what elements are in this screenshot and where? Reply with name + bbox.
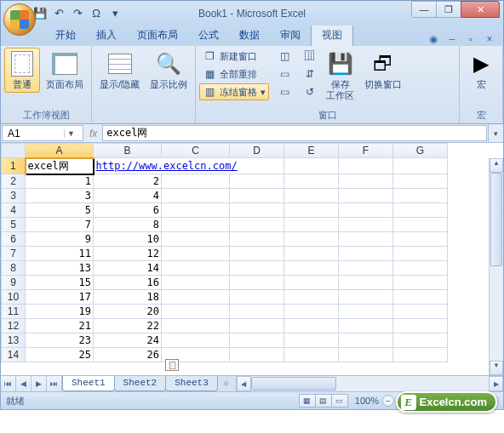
cell[interactable]: 17	[26, 290, 94, 305]
cell[interactable]: 14	[94, 261, 162, 276]
cell[interactable]: 3	[26, 189, 94, 203]
cell[interactable]: 24	[94, 333, 162, 348]
cell[interactable]	[393, 305, 448, 319]
sheet-tab-2[interactable]: Sheet2	[114, 376, 167, 391]
cell[interactable]	[230, 189, 284, 203]
cell[interactable]: 4	[94, 189, 162, 203]
cell[interactable]	[230, 247, 284, 261]
cell[interactable]	[339, 305, 393, 319]
cell[interactable]	[284, 276, 339, 290]
arrange-all-button[interactable]: ▦全部重排	[199, 66, 269, 83]
normal-shortcut-icon[interactable]: ▦	[299, 394, 316, 407]
zoom-button[interactable]: 🔍 显示比例	[146, 48, 192, 93]
cell[interactable]	[393, 203, 448, 218]
minimize-button[interactable]: —	[411, 1, 437, 18]
tab-insert[interactable]: 插入	[86, 25, 127, 46]
cell[interactable]: 10	[94, 232, 162, 247]
page-layout-view-button[interactable]: 页面布局	[42, 48, 88, 93]
cell[interactable]	[162, 305, 230, 319]
cell[interactable]	[339, 333, 393, 348]
cell[interactable]: 2	[94, 174, 162, 189]
cell[interactable]	[284, 189, 339, 203]
select-all-corner[interactable]	[2, 144, 26, 158]
cell[interactable]	[230, 276, 284, 290]
horizontal-scrollbar[interactable]: ◀ ▶	[236, 376, 503, 391]
cell[interactable]	[393, 174, 448, 189]
hscroll-thumb[interactable]	[251, 377, 336, 390]
cell[interactable]	[393, 189, 448, 203]
tab-review[interactable]: 审阅	[270, 25, 311, 46]
help-icon[interactable]: ◉	[427, 32, 440, 46]
cell[interactable]	[284, 247, 339, 261]
cell[interactable]	[162, 174, 230, 189]
namebox-dropdown-icon[interactable]: ▼	[64, 129, 77, 138]
col-header-a[interactable]: A	[26, 144, 94, 158]
cell[interactable]	[393, 333, 448, 348]
split-button[interactable]: ◫	[274, 48, 295, 65]
sheet-tab-3[interactable]: Sheet3	[165, 376, 218, 391]
row-header[interactable]: 14	[2, 348, 26, 362]
cell[interactable]: 13	[26, 261, 94, 276]
zoom-out-button[interactable]: −	[382, 395, 394, 407]
cell[interactable]: 15	[26, 276, 94, 290]
cell[interactable]	[393, 290, 448, 305]
cell[interactable]	[230, 290, 284, 305]
cell[interactable]	[393, 261, 448, 276]
row-header[interactable]: 7	[2, 247, 26, 261]
cell[interactable]: 21	[26, 319, 94, 333]
cell[interactable]	[339, 189, 393, 203]
maximize-button[interactable]: ❐	[436, 1, 461, 18]
formula-input[interactable]: excel网	[102, 125, 487, 141]
redo-icon[interactable]: ↷	[69, 5, 86, 22]
cell[interactable]: 26	[94, 348, 162, 362]
tab-view[interactable]: 视图	[311, 24, 353, 46]
cell[interactable]	[162, 203, 230, 218]
close-button[interactable]: ✕	[461, 1, 500, 18]
row-header[interactable]: 12	[2, 319, 26, 333]
sync-scroll-button[interactable]: ⇵	[300, 66, 320, 83]
cell[interactable]	[230, 319, 284, 333]
cell[interactable]	[393, 319, 448, 333]
cell[interactable]	[162, 247, 230, 261]
cell[interactable]	[339, 232, 393, 247]
cell[interactable]	[284, 319, 339, 333]
col-header-g[interactable]: G	[393, 144, 448, 158]
row-header[interactable]: 8	[2, 261, 26, 276]
col-header-c[interactable]: C	[162, 144, 230, 158]
cell[interactable]	[284, 232, 339, 247]
scroll-thumb[interactable]	[490, 173, 502, 266]
switch-windows-button[interactable]: 🗗 切换窗口	[360, 48, 406, 93]
sheet-nav-last-icon[interactable]: ⏭	[47, 376, 62, 391]
cell[interactable]	[230, 218, 284, 232]
cell[interactable]	[162, 319, 230, 333]
tab-formulas[interactable]: 公式	[188, 25, 229, 46]
cell[interactable]: 9	[26, 232, 94, 247]
cell[interactable]: 16	[94, 276, 162, 290]
cell[interactable]: 23	[26, 333, 94, 348]
insert-sheet-icon[interactable]: ✧	[217, 376, 236, 391]
row-header[interactable]: 13	[2, 333, 26, 348]
cells-table[interactable]: A B C D E F G 1excel网http://www.excelcn.…	[1, 143, 448, 362]
row-header[interactable]: 11	[2, 305, 26, 319]
cell[interactable]	[339, 247, 393, 261]
col-header-f[interactable]: F	[339, 144, 393, 158]
cell[interactable]	[339, 218, 393, 232]
freeze-panes-button[interactable]: ▥冻结窗格▾	[199, 83, 269, 100]
row-header[interactable]: 3	[2, 189, 26, 203]
scroll-down-icon[interactable]: ▼	[490, 361, 503, 375]
doc-minimize-icon[interactable]: –	[445, 32, 459, 46]
cell[interactable]: 1	[26, 174, 94, 189]
cell[interactable]	[162, 189, 230, 203]
cell[interactable]	[393, 348, 448, 362]
zoom-percent[interactable]: 100%	[355, 396, 379, 406]
row-header[interactable]: 6	[2, 232, 26, 247]
doc-close-icon[interactable]: ×	[483, 32, 496, 46]
cell[interactable]	[162, 218, 230, 232]
col-header-d[interactable]: D	[230, 144, 284, 158]
scroll-up-icon[interactable]: ▲	[490, 158, 503, 173]
col-header-b[interactable]: B	[94, 144, 162, 158]
cell[interactable]: 5	[26, 203, 94, 218]
cell[interactable]	[230, 333, 284, 348]
new-window-button[interactable]: ❐新建窗口	[199, 48, 269, 65]
cell[interactable]	[393, 276, 448, 290]
